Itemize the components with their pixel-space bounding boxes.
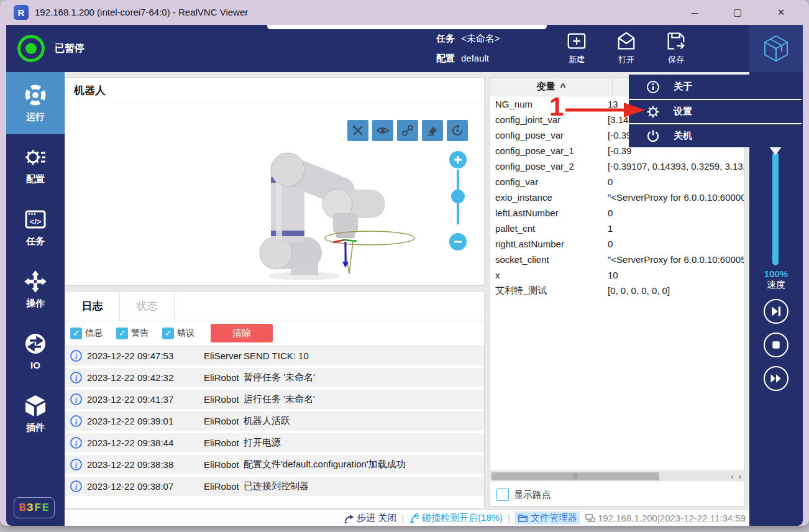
sidebar-nav: 运行 配置 <: [6, 72, 65, 526]
robot-3d-view[interactable]: [211, 151, 416, 284]
speed-slider[interactable]: [772, 152, 779, 265]
variable-row[interactable]: rightLastNumber 0: [490, 236, 744, 252]
save-icon: [665, 30, 687, 52]
fast-forward-button[interactable]: [764, 366, 788, 391]
variable-value: 10: [608, 270, 744, 280]
variable-name: config_pose_var_1: [490, 145, 608, 156]
new-file-icon: [566, 30, 587, 52]
variable-row[interactable]: 艾利特_测试 [0, 0, 0, 0, 0, 0]: [490, 283, 744, 298]
stop-button[interactable]: [764, 332, 788, 357]
log-entry-row[interactable]: i 2023-12-22 09:42:32 EliRobot 暂停任务 '未命名…: [65, 368, 484, 387]
sidebar-item-operate[interactable]: 操作: [6, 259, 65, 321]
log-entry-row[interactable]: i 2023-12-22 09:38:07 EliRobot 已连接到控制器: [65, 477, 484, 496]
error-filter-checkbox[interactable]: ✓: [162, 328, 174, 339]
log-tabs: 日志 状态: [65, 291, 484, 321]
sidebar-item-run[interactable]: 运行: [6, 72, 65, 134]
zoom-out-button[interactable]: [449, 233, 467, 250]
menu-item-label: 关机: [674, 130, 692, 142]
log-entry-row[interactable]: i 2023-12-22 09:38:44 EliRobot 打开电源: [65, 433, 484, 452]
variable-row[interactable]: config_pose_var_2 [-0.39107, 0.14393, 0.…: [490, 158, 744, 174]
view-eraser-button[interactable]: [422, 120, 443, 141]
warning-filter-label: 警告: [131, 328, 149, 339]
horizontal-scrollbar[interactable]: ||| ‹ ›: [490, 470, 744, 481]
zoom-slider-handle[interactable]: [451, 190, 465, 203]
rotate-icon: [450, 124, 464, 137]
step-mode-status[interactable]: 步进 关闭: [344, 512, 396, 524]
info-icon: i: [70, 480, 82, 492]
menu-item-about[interactable]: 关于: [629, 75, 802, 99]
file-manager-text: 文件管理器: [531, 512, 577, 524]
sidebar-item-label: IO: [30, 360, 40, 370]
view-reset-rotation-button[interactable]: [447, 120, 468, 141]
open-task-button[interactable]: 打开: [606, 29, 646, 68]
log-entry-row[interactable]: i 2023-12-22 09:38:38 EliRobot 配置文件'defa…: [65, 455, 484, 474]
info-filter-checkbox[interactable]: ✓: [70, 328, 82, 339]
tab-status[interactable]: 状态: [120, 291, 175, 321]
log-timestamp: 2023-12-22 09:42:32: [87, 372, 204, 383]
variable-row[interactable]: leftLastNumber 0: [490, 205, 744, 221]
view-path-button[interactable]: [397, 120, 418, 141]
realvnc-logo-icon: R: [14, 5, 29, 20]
variable-value: [0, 0, 0, 0, 0, 0]: [608, 285, 744, 296]
show-waypoints-checkbox[interactable]: [496, 488, 509, 501]
config-value: default: [461, 53, 489, 63]
show-waypoints-label: 显示路点: [514, 489, 551, 501]
variable-row[interactable]: socket_client "<ServerProxy for 6.0.0.10…: [490, 252, 744, 267]
speed-slider-handle[interactable]: [769, 147, 782, 155]
view-tools-button[interactable]: [347, 120, 368, 141]
log-message: 配置文件'default.configuration'加载成功: [244, 459, 484, 470]
variable-row[interactable]: x 10: [490, 267, 744, 283]
maximize-button[interactable]: ▢: [723, 0, 752, 25]
save-task-label: 保存: [668, 54, 684, 65]
variable-name: socket_client: [490, 254, 608, 265]
log-source: EliServer: [204, 351, 244, 361]
log-entry-row[interactable]: i 2023-12-22 09:39:01 EliRobot 机器人活跃: [65, 411, 484, 431]
log-message: 暂停任务 '未命名': [244, 372, 484, 383]
sidebar-item-task[interactable]: </> 任务: [6, 196, 65, 259]
chevron-left-icon[interactable]: ‹: [731, 472, 733, 481]
scrollbar-chevrons: ‹ ›: [731, 471, 741, 482]
new-task-button[interactable]: 新建: [557, 29, 596, 68]
log-entry-row[interactable]: i 2023-12-22 09:41:37 EliRobot 运行任务 '未命名…: [65, 390, 484, 409]
zoom-in-button[interactable]: [449, 151, 467, 168]
menu-item-label: 关于: [674, 81, 692, 93]
app-logo-button[interactable]: [749, 25, 803, 72]
log-panel: 日志 状态 ✓ 信息 ✓ 警告 ✓ 错误 清除: [65, 291, 485, 508]
sidebar-item-label: 操作: [26, 298, 45, 310]
variable-row[interactable]: config_var 0: [490, 174, 744, 190]
robot-status-indicator[interactable]: [17, 35, 45, 62]
separator: |: [508, 513, 510, 523]
variable-row[interactable]: pallet_cnt 1: [490, 221, 744, 236]
clear-log-button[interactable]: 清除: [211, 324, 273, 342]
menu-item-settings[interactable]: 设置: [629, 99, 802, 123]
sidebar-item-configure[interactable]: 配置: [6, 134, 65, 196]
robot-arm-graphic: [211, 151, 416, 282]
variable-row[interactable]: exio_instance "<ServerProxy for 6.0.0.10…: [490, 190, 744, 205]
log-entry-row[interactable]: i 2023-12-22 09:47:53 EliServer SEND TIC…: [65, 346, 484, 365]
file-manager-button[interactable]: 文件管理器: [515, 511, 580, 525]
log-entries: i 2023-12-22 09:47:53 EliServer SEND TIC…: [65, 346, 484, 498]
log-filter-row: ✓ 信息 ✓ 警告 ✓ 错误 清除: [65, 321, 484, 346]
view-visibility-button[interactable]: [372, 120, 393, 141]
vnc-toolbar-collapsed[interactable]: [267, 25, 547, 29]
window-title: 192.168.1.200 (intel-corei7-64:0) - Real…: [35, 0, 248, 25]
stop-icon: [765, 334, 787, 356]
info-icon: i: [70, 415, 82, 427]
show-waypoints-row: 显示路点: [490, 482, 744, 507]
sidebar-item-plugin[interactable]: 插件: [6, 383, 65, 445]
step-play-button[interactable]: [764, 299, 788, 324]
scrollbar-thumb[interactable]: |||: [491, 472, 659, 480]
tab-log[interactable]: 日志: [65, 291, 120, 321]
sidebar-item-io[interactable]: IO: [6, 321, 65, 383]
configure-icon: [23, 145, 48, 170]
menu-item-label: 设置: [674, 106, 692, 117]
menu-item-shutdown[interactable]: 关机: [629, 123, 802, 147]
open-task-label: 打开: [618, 54, 634, 65]
chevron-right-icon[interactable]: ›: [739, 472, 741, 481]
minimize-button[interactable]: ─: [680, 0, 709, 25]
save-task-button[interactable]: 保存: [656, 29, 696, 68]
close-button[interactable]: ✕: [767, 0, 795, 25]
warning-filter-checkbox[interactable]: ✓: [116, 328, 128, 339]
log-message: 已连接到控制器: [244, 480, 484, 492]
collision-status[interactable]: 碰撞检测开启(18%): [409, 512, 503, 524]
